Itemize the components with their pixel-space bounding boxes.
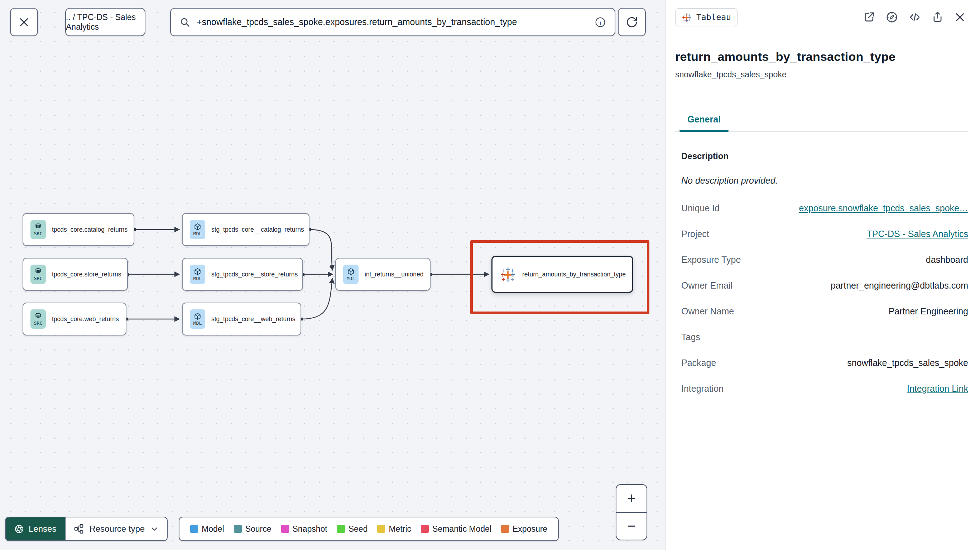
zoom-controls[interactable]: + − [616, 484, 647, 540]
breadcrumb[interactable]: .. / TPC-DS - Sales Analytics [65, 8, 145, 36]
breadcrumb-label: .. / TPC-DS - Sales Analytics [66, 13, 145, 32]
node-label: stg_tpcds_core__store_returns [211, 271, 298, 278]
legend-item-snapshot: Snapshot [281, 524, 328, 534]
lenses-icon [14, 524, 24, 534]
legend-label: Metric [389, 524, 411, 534]
explore-lineage-icon[interactable] [886, 11, 898, 23]
refresh-button[interactable] [618, 8, 646, 36]
node-exposure-return-amounts[interactable]: +++++++++return_amounts_by_transaction_t… [492, 256, 633, 293]
tableau-logo-icon: +++++++++ [682, 12, 692, 22]
search-input[interactable]: +snowflake_tpcds_sales_spoke.exposures.r… [197, 17, 588, 27]
svg-text:+: + [688, 13, 690, 16]
close-panel-icon[interactable] [954, 11, 966, 23]
legend-swatch [337, 525, 345, 533]
integration-badge-label: Tableau [696, 13, 731, 22]
legend-label: Model [202, 524, 224, 534]
zoom-out-button[interactable]: − [616, 513, 646, 540]
node-src-store-returns[interactable]: SRCtpcds_core.store_returns [22, 258, 128, 291]
node-label: tpcds_core.store_returns [52, 271, 121, 278]
legend-swatch [281, 525, 289, 533]
field-row-tags: Tags [681, 324, 968, 350]
zoom-in-button[interactable]: + [616, 485, 646, 513]
node-stg-catalog-returns[interactable]: MDLstg_tpcds_core__catalog_returns [182, 213, 309, 246]
lenses-button[interactable]: Lenses [6, 517, 65, 540]
node-label: return_amounts_by_transaction_type [522, 271, 626, 278]
svg-text:+: + [501, 268, 505, 273]
svg-text:+: + [511, 268, 514, 273]
source-badge-icon: SRC [30, 309, 46, 329]
field-row-exposure-type: Exposure Typedashboard [681, 247, 968, 272]
resource-type-dropdown[interactable]: Resource type [65, 517, 167, 540]
field-link[interactable]: TPC-DS - Sales Analytics [867, 229, 968, 239]
field-label: Tags [681, 332, 700, 342]
panel-header: +++++++++ Tableau [665, 0, 980, 34]
chevron-down-icon [150, 524, 159, 534]
legend-item-metric: Metric [377, 524, 411, 534]
field-link[interactable]: exposure.snowflake_tpcds_sales_spoke… [799, 203, 969, 213]
field-row-integration: IntegrationIntegration Link [681, 376, 968, 401]
panel-tabs: General [675, 114, 968, 132]
svg-text:+: + [511, 277, 514, 282]
legend-label: Exposure [512, 524, 547, 534]
resource-type-label: Resource type [89, 524, 145, 534]
legend-swatch [377, 525, 385, 533]
field-label: Owner Name [681, 306, 734, 316]
detail-fields: Unique Idexposure.snowflake_tpcds_sales_… [681, 195, 968, 401]
resource-legend: ModelSourceSnapshotSeedMetricSemantic Mo… [179, 517, 559, 541]
node-src-catalog-returns[interactable]: SRCtpcds_core.catalog_returns [22, 213, 134, 246]
legend-swatch [190, 525, 198, 533]
field-label: Unique Id [681, 203, 720, 213]
legend-swatch [421, 525, 429, 533]
field-label: Owner Email [681, 280, 732, 291]
node-label: tpcds_core.catalog_returns [52, 226, 127, 234]
node-stg-web-returns[interactable]: MDLstg_tpcds_core__web_returns [182, 302, 301, 335]
node-stg-store-returns[interactable]: MDLstg_tpcds_core__store_returns [182, 258, 303, 291]
field-value: snowflake_tpcds_sales_spoke [847, 358, 968, 368]
model-badge-icon: MDL [343, 265, 358, 284]
close-icon [18, 16, 30, 28]
field-label: Integration [681, 383, 724, 394]
legend-item-source: Source [234, 524, 272, 534]
tab-general[interactable]: General [679, 114, 729, 131]
description-value: No description provided. [681, 175, 968, 186]
field-row-project: ProjectTPC-DS - Sales Analytics [681, 221, 968, 247]
lenses-label: Lenses [29, 524, 56, 534]
node-src-web-returns[interactable]: SRCtpcds_core.web_returns [22, 302, 126, 335]
info-icon[interactable]: i [595, 16, 606, 28]
lenses-control[interactable]: Lenses Resource type [5, 517, 168, 541]
view-code-icon[interactable] [909, 11, 921, 23]
field-row-owner-name: Owner NamePartner Engineering [681, 298, 968, 324]
node-label: stg_tpcds_core__catalog_returns [211, 226, 304, 234]
svg-text:+: + [685, 12, 689, 16]
field-row-package: Packagesnowflake_tpcds_sales_spoke [681, 350, 968, 376]
node-int-returns-unioned[interactable]: MDLint_returns__unioned [335, 258, 431, 291]
field-link[interactable]: Integration Link [907, 383, 968, 394]
legend-label: Source [245, 524, 272, 534]
lineage-search[interactable]: +snowflake_tpcds_sales_spoke.exposures.r… [170, 8, 616, 36]
share-icon[interactable] [932, 11, 943, 23]
model-badge-icon: MDL [190, 309, 205, 329]
legend-item-exposure: Exposure [501, 524, 547, 534]
resource-type-icon [73, 523, 84, 534]
field-row-unique-id: Unique Idexposure.snowflake_tpcds_sales_… [681, 195, 968, 221]
close-lineage-button[interactable] [10, 8, 38, 36]
node-label: int_returns__unioned [364, 271, 423, 278]
package-subtitle: snowflake_tpcds_sales_spoke [675, 70, 968, 79]
field-label: Package [681, 358, 716, 368]
legend-swatch [234, 525, 242, 533]
node-label: stg_tpcds_core__web_returns [211, 315, 295, 323]
legend-label: Snapshot [293, 524, 328, 534]
field-label: Project [681, 229, 709, 239]
source-badge-icon: SRC [30, 220, 46, 239]
lineage-canvas[interactable]: SRCtpcds_core.catalog_returnsMDLstg_tpcd… [0, 0, 665, 550]
refresh-icon [626, 16, 638, 28]
tableau-node-icon: +++++++++ [500, 266, 516, 283]
svg-text:i: i [599, 19, 601, 26]
legend-item-semantic-model: Semantic Model [421, 524, 492, 534]
svg-text:+: + [501, 277, 505, 282]
field-value: partner_engineering@dbtlabs.com [830, 280, 968, 291]
svg-text:+: + [683, 18, 685, 22]
open-external-icon[interactable] [863, 11, 875, 23]
model-badge-icon: MDL [190, 220, 205, 239]
svg-text:+: + [505, 266, 511, 273]
